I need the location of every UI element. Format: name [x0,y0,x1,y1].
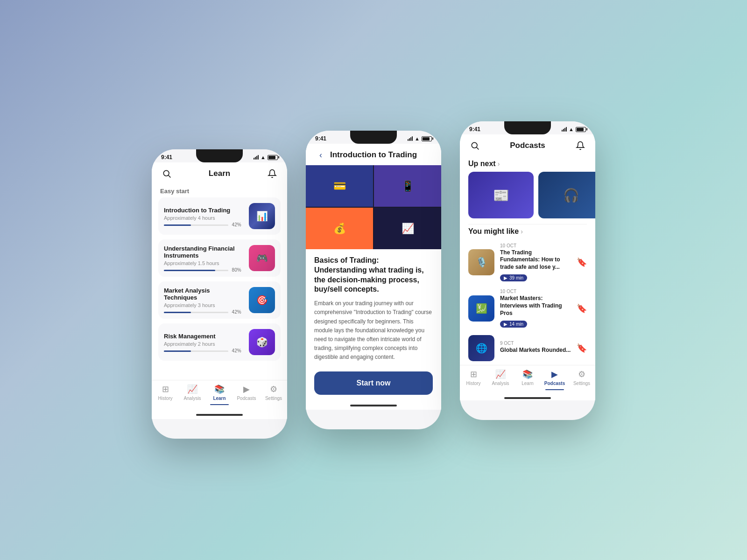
back-button[interactable]: ‹ [314,148,327,161]
featured-podcast-2[interactable]: 4 OCT The Trading Funda... How to trade … [538,172,595,218]
tab-analysis-podcasts[interactable]: 📈 Analysis [487,369,514,390]
podcasts-tab-indicator [545,389,564,390]
wifi-icon-1: ▲ [261,154,266,160]
notch [196,149,243,162]
progress-bar-2: 80% [164,270,228,271]
featured-podcast-1[interactable]: 4 OCT The Behavioral Investor: Daily spe… [468,172,534,218]
module-title: Basics of Trading: Understanding what tr… [314,256,433,294]
podcast-thumb-1 [468,249,494,275]
podcast-date-3: 9 OCT [500,341,571,346]
hero-cell-4 [374,208,441,249]
podcast-list-item-3[interactable]: 9 OCT Global Markets Rounded... 🔖 [460,331,595,365]
start-now-button[interactable]: Start now [314,371,433,395]
home-indicator-1 [152,411,287,419]
bell-icon-podcasts [576,141,585,150]
course-detail-content: Basics of Trading: Understanding what tr… [306,249,441,367]
course-card-1[interactable]: Introduction to Trading Approximately 4 … [158,197,281,235]
tab-analysis-learn[interactable]: 📈 Analysis [179,384,206,405]
course-thumb-3 [249,287,275,313]
course-card-3[interactable]: Market Analysis Techniques Approximately… [158,281,281,319]
hero-cell-3 [306,208,373,249]
tab-history-podcasts[interactable]: ⊞ History [460,369,487,390]
progress-pct-3: 42% [232,309,241,315]
podcast-list-item-2[interactable]: 10 OCT Market Masters: Interviews with T… [460,285,595,331]
phone-course-detail: 9:41 ▲ ‹ Introduction to Trading Basics … [306,131,441,429]
phone-podcasts: 9:41 ▲ Podcasts Up next › 4 OCT [460,121,595,420]
up-next-label: Up next [468,160,496,168]
you-might-like-bar[interactable]: You might like › [460,224,595,239]
phone-learn: 9:41 ▲ Learn Easy start Introduction to … [152,149,287,439]
learn-icon-podcasts: 📚 [522,369,533,379]
status-icons-2: ▲ [408,136,432,141]
home-bar-3 [504,397,551,399]
learn-tab-indicator [210,404,229,405]
tab-settings-podcasts[interactable]: ⚙ Settings [568,369,595,390]
bookmark-3[interactable]: 🔖 [577,343,587,353]
podcast-title-2: Market Masters: Interviews with Trading … [500,295,571,317]
podcast-thumb-2 [468,295,494,322]
tab-history-learn[interactable]: ⊞ History [152,384,179,405]
featured-thumb-1 [468,172,534,218]
battery-icon-3 [576,127,586,132]
learn-title: Learn [209,169,230,178]
podcast-list-item-1[interactable]: 10 OCT The Trading Fundamentals: How to … [460,239,595,286]
battery-icon-2 [422,136,432,141]
podcast-title-1: The Trading Fundamentals: How to trade s… [500,249,571,271]
detail-title: Introduction to Trading [330,150,417,160]
tab-learn-learn[interactable]: 📚 Learn [206,384,233,405]
tab-bar-podcasts: ⊞ History 📈 Analysis 📚 Learn ▶ Podcasts … [460,365,595,396]
podcasts-icon-podcasts: ▶ [551,369,558,379]
course-info-4: Risk Management Approximately 2 hours 42… [164,333,244,352]
tab-podcasts-learn[interactable]: ▶ Podcasts [233,384,260,405]
course-duration-2: Approximately 1.5 hours [164,260,244,266]
course-title-4: Risk Management [164,333,244,340]
course-card-4[interactable]: Risk Management Approximately 2 hours 42… [158,323,281,361]
course-info-2: Understanding Financial Instruments Appr… [164,245,244,271]
tab-podcasts-podcasts[interactable]: ▶ Podcasts [541,369,568,390]
podcast-title-3: Global Markets Rounded... [500,347,571,354]
podcast-thumb-3 [468,335,494,361]
progress-fill-4 [164,350,191,352]
wifi-icon-2: ▲ [415,136,420,141]
progress-fill-2 [164,270,215,271]
podcast-info-1: 10 OCT The Trading Fundamentals: How to … [500,243,571,282]
settings-label-podcasts: Settings [573,381,590,386]
screen-learn: Learn Easy start Introduction to Trading… [152,162,287,419]
history-icon-podcasts: ⊞ [470,369,477,379]
tab-settings-learn[interactable]: ⚙ Settings [260,384,287,405]
bell-icon-learn [268,169,277,178]
screen-podcasts: Podcasts Up next › 4 OCT The Behavioral … [460,134,595,400]
svg-line-1 [169,175,171,178]
course-thumb-4 [249,329,275,355]
progress-fill-3 [164,312,191,313]
podcast-info-3: 9 OCT Global Markets Rounded... [500,341,571,356]
nav-bar-podcasts: Podcasts [460,134,595,156]
tab-bar-learn: ⊞ History 📈 Analysis 📚 Learn ▶ Podcasts … [152,380,287,411]
course-duration-1: Approximately 4 hours [164,215,244,221]
home-bar-1 [196,414,243,416]
search-button-podcasts[interactable] [468,139,481,152]
bookmark-1[interactable]: 🔖 [577,257,587,267]
podcasts-label-learn: Podcasts [237,396,256,401]
progress-pct-2: 80% [232,267,241,273]
course-card-2[interactable]: Understanding Financial Instruments Appr… [158,239,281,277]
notification-button-podcasts[interactable] [574,139,587,152]
featured-thumb-2 [538,172,595,218]
svg-point-2 [472,142,477,148]
wifi-icon-3: ▲ [569,126,574,132]
bookmark-2[interactable]: 🔖 [577,303,587,314]
search-button-learn[interactable] [160,167,173,180]
search-icon-learn [162,169,171,178]
course-duration-4: Approximately 2 hours [164,341,244,347]
home-indicator-2 [306,401,441,410]
up-next-chevron: › [498,160,500,168]
up-next-bar[interactable]: Up next › [460,156,595,172]
search-icon-podcasts [470,141,479,150]
tab-learn-podcasts[interactable]: 📚 Learn [514,369,541,390]
podcasts-label-podcasts: Podcasts [544,381,565,386]
home-indicator-3 [460,396,595,400]
notification-button-learn[interactable] [266,167,279,180]
learn-icon-learn: 📚 [214,384,225,394]
podcast-duration-1: ▶ 39 min [500,274,527,281]
course-duration-3: Approximately 3 hours [164,302,244,308]
